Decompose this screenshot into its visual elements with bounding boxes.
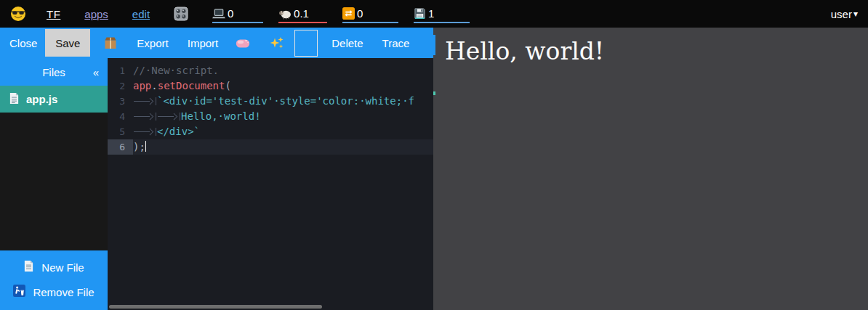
topbar: TF apps edit 0 0.1 0 1 user ▾ bbox=[0, 0, 868, 28]
preview-hello-text: Hello, world! bbox=[445, 37, 868, 65]
nav-link-edit[interactable]: edit bbox=[132, 8, 150, 20]
tab-whitespace-icon bbox=[133, 113, 156, 121]
user-menu[interactable]: user ▾ bbox=[831, 8, 858, 20]
tab-whitespace-icon bbox=[133, 128, 156, 136]
storage-field[interactable]: 1 bbox=[414, 4, 470, 23]
collapse-sidebar-icon[interactable]: « bbox=[93, 66, 99, 78]
line-number: 3 bbox=[108, 94, 133, 109]
code-content[interactable]: Hello,·world! bbox=[133, 109, 433, 124]
soap-icon[interactable] bbox=[236, 38, 250, 49]
files-header-label: Files bbox=[42, 66, 65, 78]
import-button[interactable]: Import bbox=[188, 37, 219, 49]
code-token: ( bbox=[225, 80, 230, 91]
code-token: ); bbox=[133, 141, 145, 152]
nav-link-tf[interactable]: TF bbox=[47, 8, 60, 20]
floppy-disk-icon bbox=[414, 7, 426, 20]
reload-count-value: 0 bbox=[357, 7, 363, 20]
control-knobs-icon[interactable] bbox=[173, 6, 189, 22]
line-number: 4 bbox=[108, 109, 133, 124]
remove-file-label: Remove File bbox=[33, 286, 94, 298]
tab-whitespace-icon bbox=[157, 113, 180, 121]
file-item-appjs[interactable]: app.js bbox=[0, 86, 108, 113]
ram-usage-value: 0.1 bbox=[294, 7, 309, 20]
code-token: app bbox=[133, 80, 151, 91]
storage-value: 1 bbox=[428, 7, 434, 20]
files-header: Files « bbox=[0, 58, 108, 86]
workspace: Files « app.js New File bbox=[0, 58, 433, 310]
code-line[interactable]: 2app.setDocument( bbox=[108, 78, 433, 94]
code-token: //·New·script. bbox=[133, 65, 219, 76]
ram-usage-field[interactable]: 0.1 bbox=[278, 4, 327, 23]
overview-mark-teal bbox=[433, 91, 435, 95]
files-sidebar: Files « app.js New File bbox=[0, 58, 108, 310]
user-menu-label: user bbox=[831, 8, 852, 20]
file-item-label: app.js bbox=[26, 93, 57, 105]
app-preview-pane: Hello, world! bbox=[433, 28, 868, 310]
export-button[interactable]: Export bbox=[137, 37, 168, 49]
smiley-sunglasses-icon bbox=[10, 6, 26, 22]
remove-file-button[interactable]: Remove File bbox=[0, 280, 108, 304]
horizontal-scrollbar[interactable] bbox=[108, 303, 433, 310]
main-area: Close Save Export Import Delete Trace Fi… bbox=[0, 28, 868, 310]
code-lines: 1//·New·script.2app.setDocument(3`<div·i… bbox=[108, 58, 433, 155]
litter-bin-icon bbox=[13, 285, 25, 299]
scrollbar-thumb[interactable] bbox=[109, 305, 322, 309]
line-number: 5 bbox=[108, 124, 133, 139]
empty-icon-slot-button[interactable] bbox=[294, 30, 318, 57]
package-icon[interactable] bbox=[103, 36, 118, 50]
code-token: . bbox=[151, 80, 157, 91]
code-line[interactable]: 1//·New·script. bbox=[108, 63, 433, 78]
code-line[interactable]: 6); bbox=[108, 139, 433, 155]
code-line[interactable]: 3`<div·id='test-div'·style='color:·white… bbox=[108, 94, 433, 109]
reload-count-field[interactable]: 0 bbox=[342, 4, 398, 23]
sidebar-spacer bbox=[0, 113, 108, 250]
overview-mark-blue bbox=[433, 35, 435, 55]
code-content[interactable]: //·New·script. bbox=[133, 63, 433, 78]
chevron-down-icon: ▾ bbox=[853, 9, 858, 19]
new-file-icon bbox=[23, 260, 34, 274]
laptop-icon bbox=[212, 9, 225, 20]
code-token: Hello,·world! bbox=[181, 110, 261, 122]
cpu-usage-value: 0 bbox=[228, 7, 233, 20]
editor-toolbar: Close Save Export Import Delete Trace bbox=[0, 28, 433, 58]
cpu-usage-field[interactable]: 0 bbox=[212, 4, 263, 23]
delete-button[interactable]: Delete bbox=[331, 37, 363, 49]
code-token: setDocument bbox=[158, 80, 225, 91]
close-button[interactable]: Close bbox=[9, 37, 37, 49]
code-token: `<div·id='test-div'·style='color:·white;… bbox=[157, 95, 414, 107]
ram-sheep-icon bbox=[278, 9, 292, 20]
new-file-label: New File bbox=[41, 261, 84, 274]
code-line[interactable]: 4Hello,·world! bbox=[108, 109, 433, 124]
sidebar-actions: New File Remove File bbox=[0, 250, 108, 310]
code-content[interactable]: </div>` bbox=[133, 124, 433, 139]
line-number: 2 bbox=[108, 78, 133, 94]
repeat-icon bbox=[342, 7, 355, 20]
code-content[interactable]: `<div·id='test-div'·style='color:·white;… bbox=[133, 94, 433, 109]
nav-link-apps[interactable]: apps bbox=[84, 8, 108, 20]
code-line[interactable]: 5</div>` bbox=[108, 124, 433, 139]
line-number: 1 bbox=[108, 63, 133, 78]
sparkles-icon[interactable] bbox=[270, 36, 284, 50]
new-file-button[interactable]: New File bbox=[0, 255, 108, 280]
code-editor[interactable]: 1//·New·script.2app.setDocument(3`<div·i… bbox=[108, 58, 433, 310]
text-cursor bbox=[145, 141, 147, 152]
line-number: 6 bbox=[108, 139, 133, 155]
document-icon bbox=[9, 92, 20, 107]
tab-whitespace-icon bbox=[133, 97, 156, 105]
code-content[interactable]: ); bbox=[133, 139, 433, 155]
code-content[interactable]: app.setDocument( bbox=[133, 78, 433, 94]
ide-pane: Close Save Export Import Delete Trace Fi… bbox=[0, 28, 433, 310]
trace-button[interactable]: Trace bbox=[382, 37, 410, 49]
code-token: </div>` bbox=[157, 126, 200, 137]
save-button[interactable]: Save bbox=[45, 29, 90, 57]
